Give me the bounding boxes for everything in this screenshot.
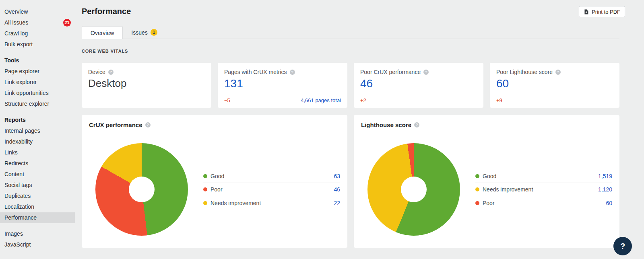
delta-value: +9 <box>496 97 502 103</box>
legend-dot-poor <box>475 201 479 205</box>
crux-legend: Good 63 Poor 46 Needs improvement 22 <box>203 170 340 210</box>
delta-value: −5 <box>224 97 230 103</box>
crux-donut-chart[interactable] <box>95 143 188 236</box>
tab-overview[interactable]: Overview <box>82 26 123 39</box>
sidebar-item-bulk-export[interactable]: Bulk export <box>0 39 75 50</box>
poor-crux-card: Poor CrUX performance ? 46 +2 <box>354 63 483 108</box>
question-icon[interactable]: ? <box>414 122 419 127</box>
sidebar: Overview All issues 21 Crawl log Bulk ex… <box>0 0 82 250</box>
sidebar-item-content[interactable]: Content <box>0 169 75 180</box>
sidebar-item-crawl-log[interactable]: Crawl log <box>0 28 75 39</box>
card-title-row: Poor CrUX performance ? <box>360 69 477 75</box>
card-title: Pages with CrUX metrics <box>224 69 287 75</box>
sidebar-item-links[interactable]: Links <box>0 147 75 158</box>
legend-dot-needs-improvement <box>203 201 207 205</box>
legend-value-link[interactable]: 1,120 <box>598 186 612 193</box>
legend-dot-good <box>475 174 479 178</box>
legend-row: Needs improvement 22 <box>203 196 340 210</box>
card-footer: −5 4,661 pages total <box>224 97 341 103</box>
tab-bar: Overview Issues 1 <box>82 26 619 39</box>
section-label-core-web-vitals: CORE WEB VITALS <box>82 49 619 53</box>
card-title: Poor Lighthouse score <box>496 69 553 75</box>
card-footer: +2 <box>360 97 477 103</box>
card-title-row: Pages with CrUX metrics ? <box>224 69 341 75</box>
sidebar-item-all-issues[interactable]: All issues 21 <box>0 17 75 28</box>
chart-title: CrUX performance <box>89 121 142 128</box>
chart-title: Lighthouse score <box>361 121 411 128</box>
poor-crux-value: 46 <box>360 77 477 90</box>
legend-value-link[interactable]: 46 <box>334 186 340 193</box>
question-icon[interactable]: ? <box>108 70 114 75</box>
sidebar-item-link-explorer[interactable]: Link explorer <box>0 77 75 88</box>
legend-dot-good <box>203 174 207 178</box>
sidebar-item-images[interactable]: Images <box>0 228 75 239</box>
legend-label: Needs improvement <box>483 186 533 193</box>
charts-row: CrUX performance ? Good 63 Poor 46 Needs… <box>82 115 619 248</box>
chart-title-row: CrUX performance ? <box>89 121 340 128</box>
sidebar-item-link-opportunities[interactable]: Link opportunities <box>0 88 75 99</box>
question-icon[interactable]: ? <box>145 122 151 127</box>
legend-row: Needs improvement 1,120 <box>475 183 612 196</box>
main-content: Performance Overview Issues 1 CORE WEB V… <box>82 0 619 248</box>
device-card: Device ? Desktop <box>82 63 211 108</box>
sidebar-item-structure-explorer[interactable]: Structure explorer <box>0 99 75 109</box>
sidebar-item-overview[interactable]: Overview <box>0 6 75 17</box>
legend-row: Good 1,519 <box>475 170 612 183</box>
chart-title-row: Lighthouse score ? <box>361 121 612 128</box>
help-button[interactable]: ? <box>613 237 632 255</box>
page-title: Performance <box>82 7 619 16</box>
lighthouse-legend: Good 1,519 Needs improvement 1,120 Poor … <box>475 170 612 210</box>
question-icon[interactable]: ? <box>555 70 561 75</box>
delta-value: +2 <box>360 97 366 103</box>
legend-value-link[interactable]: 22 <box>334 200 340 206</box>
card-title-row: Poor Lighthouse score ? <box>496 69 613 75</box>
sidebar-header-tools: Tools <box>0 55 75 66</box>
sidebar-item-internal-pages[interactable]: Internal pages <box>0 125 75 136</box>
question-icon[interactable]: ? <box>423 70 429 75</box>
legend-label: Poor <box>211 186 223 193</box>
legend-value-link[interactable]: 60 <box>606 200 612 206</box>
legend-value-link[interactable]: 1,519 <box>598 173 612 179</box>
print-to-pdf-button[interactable]: Print to PDF <box>579 6 625 17</box>
lighthouse-donut-chart[interactable] <box>367 143 460 236</box>
crux-pages-card: Pages with CrUX metrics ? 131 −5 4,661 p… <box>218 63 347 108</box>
tab-label: Issues <box>131 29 147 36</box>
legend-row: Good 63 <box>203 170 340 183</box>
crux-performance-card: CrUX performance ? Good 63 Poor 46 Needs… <box>82 115 347 248</box>
card-title: Device <box>88 69 105 75</box>
legend-label: Good <box>483 173 496 179</box>
sidebar-item-localization[interactable]: Localization <box>0 201 75 212</box>
sidebar-item-page-explorer[interactable]: Page explorer <box>0 66 75 77</box>
help-glyph: ? <box>620 242 625 251</box>
sidebar-item-redirects[interactable]: Redirects <box>0 158 75 169</box>
sidebar-item-duplicates[interactable]: Duplicates <box>0 191 75 201</box>
sidebar-item-indexability[interactable]: Indexability <box>0 136 75 147</box>
issues-count-badge: 1 <box>151 29 157 36</box>
lighthouse-score-card: Lighthouse score ? Good 1,519 Needs impr… <box>354 115 619 248</box>
print-button-label: Print to PDF <box>592 9 620 15</box>
poor-lighthouse-value: 60 <box>496 77 613 90</box>
sidebar-item-javascript[interactable]: JavaScript <box>0 239 75 250</box>
legend-label: Poor <box>483 200 495 206</box>
sidebar-header-reports: Reports <box>0 115 75 125</box>
card-title: Poor CrUX performance <box>360 69 421 75</box>
pages-total-link[interactable]: 4,661 pages total <box>301 97 341 103</box>
tab-issues[interactable]: Issues 1 <box>123 26 165 39</box>
sidebar-item-social-tags[interactable]: Social tags <box>0 180 75 191</box>
pdf-file-icon <box>584 9 589 14</box>
legend-value-link[interactable]: 63 <box>334 173 340 179</box>
card-footer: +9 <box>496 97 613 103</box>
legend-dot-needs-improvement <box>475 187 479 191</box>
all-issues-count-badge: 21 <box>63 19 71 27</box>
legend-row: Poor 60 <box>475 196 612 210</box>
crux-pages-value: 131 <box>224 77 341 90</box>
tab-label: Overview <box>91 30 114 36</box>
sidebar-item-label: All issues <box>4 19 28 26</box>
question-icon[interactable]: ? <box>290 70 295 75</box>
legend-dot-poor <box>203 187 207 191</box>
device-value: Desktop <box>88 77 205 90</box>
sidebar-item-performance[interactable]: Performance <box>0 212 75 223</box>
legend-label: Good <box>211 173 224 179</box>
card-title-row: Device ? <box>88 69 205 75</box>
legend-row: Poor 46 <box>203 183 340 196</box>
